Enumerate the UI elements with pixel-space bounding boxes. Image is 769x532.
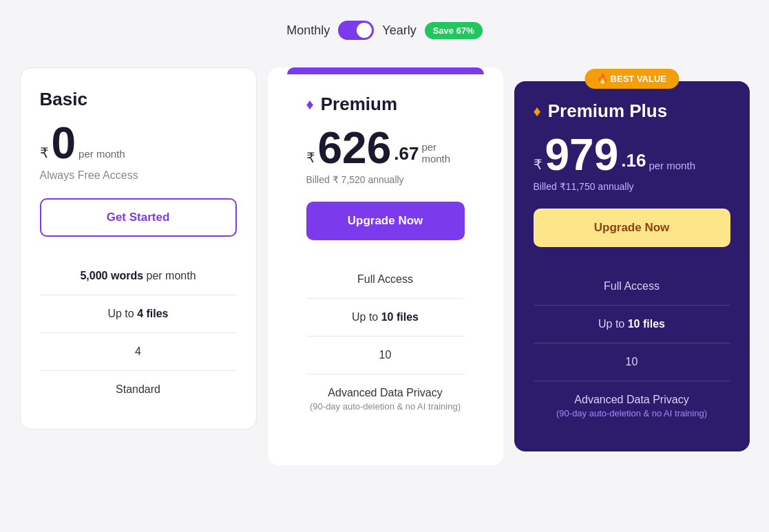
premium-plus-billing-note: Billed ₹11,750 annually (534, 181, 730, 192)
billing-toggle-section: Monthly Yearly Save 67% (286, 21, 482, 40)
basic-feature-privacy: Standard (40, 371, 237, 408)
premium-price-decimal: .67 (394, 143, 419, 164)
premium-plus-cta-button[interactable]: Upgrade Now (534, 209, 730, 247)
basic-cta-button[interactable]: Get Started (40, 198, 237, 237)
premium-price-row: ₹ 626 .67 per month (306, 126, 465, 170)
premium-plus-feature-access: Full Access (534, 268, 730, 306)
save-badge: Save 67% (425, 22, 483, 39)
plan-premium: ♦ Premium ₹ 626 .67 per month Billed ₹ 7… (268, 67, 503, 465)
premium-content: ♦ Premium ₹ 626 .67 per month Billed ₹ 7… (287, 74, 484, 445)
plans-container: Basic ₹ 0 per month Always Free Access G… (20, 67, 750, 465)
premium-price-main: 626 (318, 126, 392, 170)
basic-features: 5,000 words per month Up to 4 files 4 St… (40, 257, 237, 408)
basic-feature-count: 4 (40, 333, 237, 371)
premium-feature-files: Up to 10 files (306, 299, 465, 337)
premium-feature-count: 10 (306, 337, 465, 374)
premium-plus-currency: ₹ (534, 156, 542, 173)
premium-header-bar (287, 67, 484, 74)
basic-plan-name: Basic (40, 89, 237, 110)
premium-plus-feature-files: Up to 10 files (534, 306, 730, 343)
premium-per-month: per month (421, 141, 464, 164)
premium-feature-privacy: Advanced Data Privacy (90-day auto-delet… (306, 374, 465, 424)
basic-price-row: ₹ 0 per month (40, 121, 237, 165)
plan-premium-plus: 🔥 BEST VALUE ♦ Premium Plus ₹ 979 .16 pe… (514, 81, 750, 451)
best-value-badge: 🔥 BEST VALUE (584, 69, 679, 89)
billing-toggle-switch[interactable] (338, 21, 374, 40)
premium-plus-features: Full Access Up to 10 files 10 Advanced D… (534, 268, 730, 431)
basic-per-month: per month (78, 148, 125, 160)
toggle-knob (357, 23, 372, 38)
premium-plus-price-row: ₹ 979 .16 per month (534, 133, 730, 177)
premium-plus-per-month: per month (649, 160, 695, 171)
monthly-label: Monthly (286, 23, 330, 38)
basic-feature-words: 5,000 words per month (40, 257, 237, 295)
premium-currency: ₹ (306, 149, 315, 166)
premium-plus-price-main: 979 (545, 133, 619, 177)
premium-feature-access: Full Access (306, 261, 465, 299)
basic-feature-files: Up to 4 files (40, 295, 237, 333)
premium-plus-price-decimal: .16 (621, 150, 646, 171)
diamond-icon: ♦ (306, 96, 314, 114)
yearly-label: Yearly (382, 23, 416, 38)
premium-plus-plan-name: ♦ Premium Plus (534, 100, 730, 122)
premium-billing-note: Billed ₹ 7,520 annually (306, 174, 465, 185)
premium-plus-feature-count: 10 (534, 343, 730, 381)
basic-price-main: 0 (52, 121, 76, 165)
premium-features: Full Access Up to 10 files 10 Advanced D… (306, 261, 465, 424)
premium-plus-feature-privacy: Advanced Data Privacy (90-day auto-delet… (534, 381, 730, 431)
basic-billing-note: Always Free Access (40, 169, 237, 182)
basic-currency: ₹ (40, 145, 49, 161)
premium-cta-button[interactable]: Upgrade Now (306, 202, 465, 240)
premium-plan-name: ♦ Premium (306, 94, 465, 115)
plan-basic: Basic ₹ 0 per month Always Free Access G… (20, 67, 257, 429)
diamond-gold-icon: ♦ (534, 103, 541, 120)
